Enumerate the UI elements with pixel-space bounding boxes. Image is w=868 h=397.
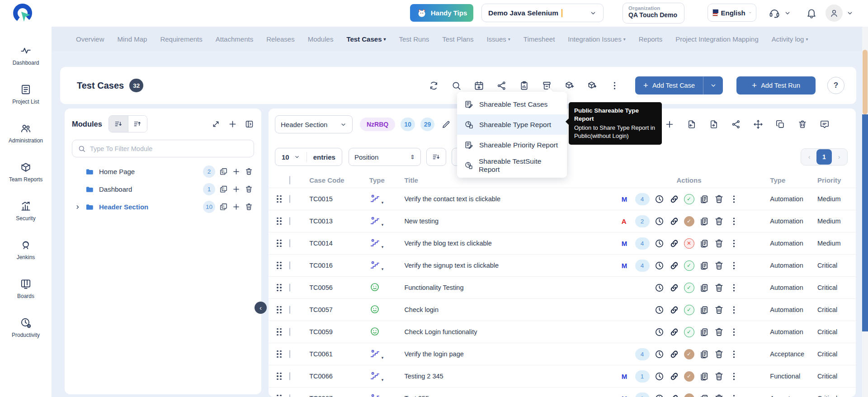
more-options-icon[interactable] — [729, 283, 739, 293]
search-icon[interactable] — [451, 80, 462, 91]
drag-handle-icon[interactable] — [277, 373, 282, 380]
comment-icon[interactable] — [820, 119, 830, 129]
copy-icon[interactable] — [775, 119, 785, 129]
link-icon[interactable] — [669, 238, 679, 249]
drag-handle-icon[interactable] — [277, 395, 282, 397]
menu-item-shareable-type-report[interactable]: Shareable Type Report — [457, 114, 567, 135]
case-title[interactable]: Verify the blog text is clickable — [404, 240, 621, 247]
module-filter-input[interactable] — [90, 145, 248, 152]
copy-case-icon[interactable] — [699, 216, 709, 227]
file-import-icon[interactable] — [687, 119, 697, 129]
drag-handle-icon[interactable] — [277, 350, 282, 358]
tab-timesheet[interactable]: Timesheet — [524, 35, 555, 43]
language-selector[interactable]: English — [708, 4, 756, 22]
more-options-icon[interactable] — [729, 305, 739, 315]
history-icon[interactable] — [654, 371, 665, 382]
tab-test-plans[interactable]: Test Plans — [442, 35, 473, 43]
tab-releases[interactable]: Releases — [266, 35, 295, 43]
link-icon[interactable] — [669, 305, 679, 315]
module-copy-icon[interactable]: 1 — [219, 167, 228, 176]
delete-icon[interactable] — [714, 393, 724, 397]
case-title[interactable]: Test 355 — [404, 395, 621, 397]
menu-item-shareable-test-cases[interactable]: Shareable Test Cases — [457, 94, 567, 114]
history-icon[interactable] — [654, 283, 665, 293]
tab-modules[interactable]: Modules — [308, 35, 334, 43]
row-checkbox[interactable] — [289, 372, 290, 380]
case-title[interactable]: Testing 2 345 — [404, 373, 621, 380]
entries-select[interactable]: 10 — [282, 153, 289, 161]
case-title[interactable]: Verify the contact text is clickable — [404, 195, 621, 203]
add-icon[interactable] — [232, 185, 241, 194]
handy-tips-button[interactable]: Handy Tips — [410, 4, 473, 22]
delete-icon[interactable] — [245, 203, 253, 211]
share-nodes-icon[interactable] — [731, 119, 741, 129]
history-icon[interactable] — [654, 349, 665, 359]
delete-icon[interactable] — [797, 119, 807, 129]
sidebar-item-team-reports[interactable]: Team Reports — [0, 157, 52, 196]
more-options-icon[interactable] — [729, 327, 739, 337]
add-icon[interactable] — [232, 203, 241, 211]
add-icon[interactable] — [665, 119, 675, 129]
report-clipboard-icon[interactable] — [519, 80, 529, 91]
share-nodes-icon[interactable] — [496, 80, 507, 91]
add-module-icon[interactable] — [228, 119, 237, 129]
tab-attachments[interactable]: Attachments — [216, 35, 253, 43]
copy-case-icon[interactable] — [699, 283, 709, 293]
link-icon[interactable] — [669, 393, 679, 397]
add-icon[interactable] — [232, 167, 241, 176]
history-icon[interactable] — [654, 327, 665, 337]
help-button[interactable]: ? — [827, 77, 844, 94]
link-icon[interactable] — [669, 216, 679, 227]
delete-icon[interactable] — [714, 238, 724, 249]
drag-handle-icon[interactable] — [277, 328, 282, 336]
tab-issues[interactable]: Issues▾ — [486, 35, 510, 43]
delete-icon[interactable] — [714, 327, 724, 337]
pagination-next-button[interactable]: › — [832, 153, 846, 161]
module-item-dashboard[interactable]: Dashboard11 — [72, 180, 254, 198]
tab-integration-issues[interactable]: Integration Issues▾ — [568, 35, 625, 43]
sort-modules-desc-button[interactable] — [109, 116, 128, 132]
module-filter-select[interactable]: Header Section — [275, 115, 353, 133]
tab-overview[interactable]: Overview — [76, 35, 104, 43]
file-export-icon[interactable] — [709, 119, 719, 129]
collapse-panel-icon[interactable] — [245, 119, 254, 129]
history-icon[interactable] — [654, 305, 665, 315]
manual-type-icon[interactable] — [369, 237, 380, 248]
history-icon[interactable] — [654, 216, 665, 227]
box-export-icon[interactable] — [587, 80, 597, 91]
case-title[interactable]: Functionality Testing — [404, 284, 621, 291]
manual-type-icon[interactable] — [369, 193, 380, 204]
status-pending-icon[interactable]: ✓ — [684, 349, 694, 359]
manual-type-icon[interactable] — [369, 370, 380, 381]
status-passed-icon[interactable]: ✓ — [684, 305, 694, 315]
status-pending-icon[interactable]: ✓ — [684, 371, 694, 382]
tab-activity-log[interactable]: Activity log▾ — [772, 35, 808, 43]
history-icon[interactable] — [654, 194, 665, 204]
tab-requirements[interactable]: Requirements — [160, 35, 202, 43]
notifications-bell-icon[interactable] — [806, 7, 817, 19]
smiley-type-icon[interactable] — [369, 326, 380, 337]
copy-case-icon[interactable] — [699, 327, 709, 337]
more-options-icon[interactable] — [729, 393, 739, 397]
box-import-icon[interactable] — [564, 80, 575, 91]
expand-modules-icon[interactable] — [211, 119, 221, 129]
module-item-header-section[interactable]: Header Section101 — [72, 198, 254, 216]
tab-test-cases[interactable]: Test Cases▾ — [346, 35, 386, 43]
pagination-prev-button[interactable]: ‹ — [802, 153, 816, 161]
status-failed-icon[interactable]: ✕ — [684, 238, 694, 249]
select-all-checkbox[interactable] — [289, 176, 290, 184]
more-options-icon[interactable] — [729, 194, 739, 204]
sidebar-item-security[interactable]: Security — [0, 196, 52, 235]
case-title[interactable]: Verify the login page — [404, 350, 621, 358]
sort-modules-asc-button[interactable] — [128, 116, 147, 132]
collapse-sidebar-panel-button[interactable]: ‹ — [255, 302, 267, 314]
copy-case-icon[interactable] — [699, 238, 709, 249]
add-test-case-button[interactable]: + Add Test Case — [635, 76, 703, 95]
link-icon[interactable] — [669, 371, 679, 382]
copy-case-icon[interactable] — [699, 194, 709, 204]
copy-case-icon[interactable] — [699, 260, 709, 271]
copy-case-icon[interactable] — [699, 371, 709, 382]
case-title[interactable]: Verify the signup text is clickable — [404, 262, 621, 269]
manual-type-icon[interactable] — [369, 215, 380, 226]
case-title[interactable]: Check Login functionality — [404, 328, 621, 336]
